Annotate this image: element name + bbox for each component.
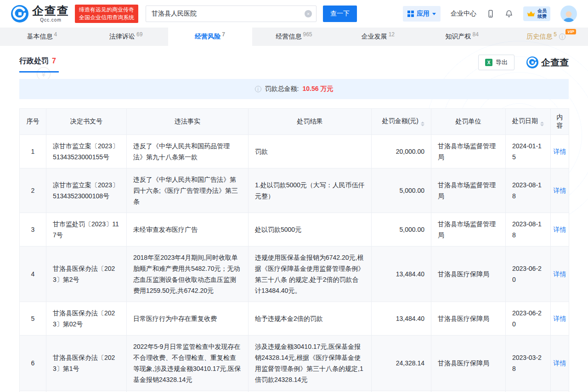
tab-intellectual-property[interactable]: 知识产权84 (420, 28, 504, 46)
detail-link[interactable]: 详情 (554, 315, 566, 322)
cell-detail: 详情 (551, 246, 569, 302)
cell-result: 违规使用医保基金报销为6742.20元,根据《医疗保障基金使用监督管理条例》第三… (249, 246, 372, 302)
cell-result: 1.处以罚款5000元（大写：人民币伍仟元整） (249, 168, 372, 213)
cell-unit: 甘洛县医疗保障局 (431, 336, 506, 391)
chevron-down-icon (432, 13, 436, 15)
cell-unit: 甘洛县医疗保障局 (431, 246, 506, 302)
tab-business-risk[interactable]: 经营风险7 (168, 28, 252, 46)
export-button[interactable]: X 导出 (478, 55, 514, 70)
cell-no: 1 (20, 135, 46, 168)
slogan-line2: 全国企业信用查询系统 (79, 14, 134, 22)
cell-date: 2023-08-18 (506, 168, 551, 213)
enterprise-center-link[interactable]: 企业中心 (451, 10, 476, 18)
cell-date: 2023-03-28 (506, 336, 551, 391)
qcc-logo-icon-small (526, 56, 538, 68)
column-header-date[interactable]: 处罚日期 (506, 109, 551, 135)
cell-date: 2024-01-15 (506, 135, 551, 168)
table-row: 2凉甘市监立案〔2023〕51343523000108号违反了《中华人民共和国广… (20, 168, 569, 213)
detail-link[interactable]: 详情 (554, 270, 566, 278)
cell-no: 2 (20, 168, 46, 213)
penalty-table: 序号 决定书文号 违法事实 处罚结果 处罚金额(元) 处罚单位 处罚日期 内容 … (19, 108, 569, 392)
cell-no: 5 (20, 302, 46, 336)
cell-amount: 13,484.40 (372, 302, 431, 336)
cell-detail: 详情 (551, 135, 569, 168)
cell-detail: 详情 (551, 336, 569, 391)
total-fine-banner: i 罚款总金额: 10.56 万元 (19, 79, 569, 99)
cell-doc_no: 甘洛县医保办法〔2023〕第1号 (46, 336, 127, 391)
cell-amount: 24,328.14 (372, 336, 431, 391)
cell-unit: 甘洛县医疗保障局 (431, 302, 506, 336)
grid-icon (407, 11, 414, 17)
column-header-amount[interactable]: 处罚金额(元) (372, 109, 431, 135)
notification-bell-icon[interactable] (505, 10, 513, 18)
info-icon: i (255, 86, 261, 92)
search-box: × (146, 6, 317, 22)
cell-unit: 甘洛县市场监督管理局 (431, 135, 506, 168)
vip-tag: VIP (565, 29, 576, 34)
cell-facts: 违反了《中华人民共和国广告法》第四十六条;《医疗广告管理办法》第三条 (127, 168, 249, 213)
cell-amount: 20,000.00 (372, 135, 431, 168)
page: 企查查 Qcc.com 缔造有远见的商业传奇 全国企业信用查询系统 × 查一下 … (0, 0, 588, 392)
apps-menu-label: 应用 (417, 10, 430, 18)
vip-renew-label: 会员 续费 (537, 8, 547, 19)
table-row: 4甘洛县医保办法〔2023〕第2号2018年至2023年4月期间,同时收取单胎顺… (20, 246, 569, 302)
detail-link[interactable]: 详情 (554, 187, 566, 194)
clear-search-icon[interactable]: × (305, 10, 312, 17)
main-content: ¥ 行政处罚 7 X 导出 企查查 (0, 52, 588, 392)
slogan-banner: 缔造有远见的商业传奇 全国企业信用查询系统 (75, 5, 138, 23)
company-tabbar: 基本信息4 法律诉讼69 经营风险7 经营信息965 企业发展12 知识产权84… (0, 28, 588, 46)
crown-icon (527, 11, 535, 17)
detail-link[interactable]: 详情 (554, 148, 566, 155)
cell-no: 3 (20, 213, 46, 246)
cell-detail: 详情 (551, 302, 569, 336)
slogan-line1: 缔造有远见的商业传奇 (79, 6, 134, 14)
cell-result: 涉及违规金额30410.17元,医保基金报销24328.14元,根据《医疗保障基… (249, 336, 372, 391)
cell-doc_no: 凉甘市监立案〔2023〕51343523000155号 (46, 135, 127, 168)
excel-icon: X (485, 59, 492, 66)
tab-legal-proceedings[interactable]: 法律诉讼69 (84, 28, 168, 46)
sort-amount-icon[interactable] (421, 122, 424, 126)
cell-result: 处以罚款5000元 (249, 213, 372, 246)
cell-amount: 5,000.00 (372, 213, 431, 246)
qcc-watermark-logo: 企查查 (526, 56, 569, 69)
search-input[interactable] (146, 6, 317, 22)
apps-menu-button[interactable]: 应用 (403, 6, 441, 22)
user-avatar[interactable] (560, 6, 577, 22)
table-row: 5甘洛县医保办法〔2023〕第02号日常医疗行为中存在重复收费给予违规本金2倍的… (20, 302, 569, 336)
column-header-facts: 违法事实 (127, 109, 249, 135)
detail-link[interactable]: 详情 (554, 359, 566, 367)
qcc-watermark-label: 企查查 (541, 56, 569, 69)
cell-doc_no: 甘市监处罚〔2023〕117号 (46, 213, 127, 246)
column-header-no: 序号 (20, 109, 46, 135)
tab-history-info[interactable]: VIP 历史信息5 i (504, 28, 588, 46)
header-actions: 应用 企业中心 会员 续费 (403, 6, 577, 22)
cell-amount: 13,484.40 (372, 246, 431, 302)
section-title-label: 行政处罚 (19, 56, 49, 66)
cell-facts: 2018年至2023年4月期间,同时收取单胎顺产和难产费用共5482.70元；无… (127, 246, 249, 302)
vip-renew-badge[interactable]: 会员 续费 (523, 6, 550, 21)
penalty-table-body: 1凉甘市监立案〔2023〕51343523000155号违反了《中华人民共和国药… (20, 135, 569, 392)
cell-facts: 2022年5-9月日常监管检查中发现存在不合理收费、不合理检查、重复检查等现象,… (127, 336, 249, 391)
cell-detail: 详情 (551, 168, 569, 213)
history-info-icon[interactable]: i (559, 34, 565, 40)
mobile-phone-icon[interactable] (486, 10, 495, 18)
qcc-logo[interactable]: 企查查 Qcc.com (11, 5, 69, 22)
section-header: 行政处罚 7 X 导出 企查查 (19, 52, 569, 73)
cell-no: 6 (20, 336, 46, 391)
tab-business-info[interactable]: 经营信息965 (252, 28, 336, 46)
cell-facts: 日常医疗行为中存在重复收费 (127, 302, 249, 336)
search-button[interactable]: 查一下 (323, 6, 357, 22)
table-row: 3甘市监处罚〔2023〕117号未经审查发布医疗广告处以罚款5000元5,000… (20, 213, 569, 246)
detail-link[interactable]: 详情 (554, 226, 566, 233)
tab-basic-info[interactable]: 基本信息4 (0, 28, 84, 46)
cell-detail: 详情 (551, 213, 569, 246)
brand-name: 企查查 (32, 5, 69, 17)
table-row: 6甘洛县医保办法〔2023〕第1号2022年5-9月日常监管检查中发现存在不合理… (20, 336, 569, 391)
cell-amount: 5,000.00 (372, 168, 431, 213)
cell-date: 2023-06-20 (506, 246, 551, 302)
sort-date-icon[interactable] (540, 122, 544, 126)
column-header-result: 处罚结果 (249, 109, 372, 135)
section-tools: X 导出 企查查 (478, 55, 569, 70)
tab-enterprise-development[interactable]: 企业发展12 (336, 28, 420, 46)
column-header-unit: 处罚单位 (431, 109, 506, 135)
